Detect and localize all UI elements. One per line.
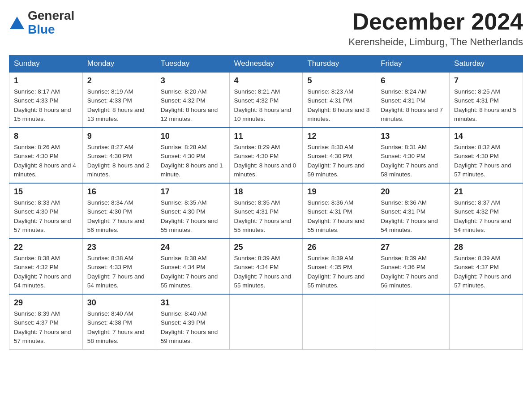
- table-row: [303, 294, 376, 350]
- table-row: 26 Sunrise: 8:39 AM Sunset: 4:35 PM Dayl…: [303, 239, 376, 294]
- day-number: 27: [381, 243, 445, 252]
- day-info: Sunrise: 8:36 AM Sunset: 4:31 PM Dayligh…: [381, 198, 445, 235]
- calendar-week-row: 8 Sunrise: 8:26 AM Sunset: 4:30 PM Dayli…: [9, 128, 523, 183]
- table-row: 21 Sunrise: 8:37 AM Sunset: 4:32 PM Dayl…: [450, 183, 523, 239]
- calendar-table: Sunday Monday Tuesday Wednesday Thursday…: [9, 55, 523, 350]
- day-number: 31: [161, 298, 225, 308]
- table-row: 28 Sunrise: 8:39 AM Sunset: 4:37 PM Dayl…: [450, 239, 523, 294]
- table-row: 27 Sunrise: 8:39 AM Sunset: 4:36 PM Dayl…: [376, 239, 450, 294]
- calendar-week-row: 1 Sunrise: 8:17 AM Sunset: 4:33 PM Dayli…: [9, 72, 523, 128]
- calendar-week-row: 15 Sunrise: 8:33 AM Sunset: 4:30 PM Dayl…: [9, 183, 523, 239]
- day-number: 19: [307, 187, 371, 197]
- day-info: Sunrise: 8:38 AM Sunset: 4:32 PM Dayligh…: [14, 254, 78, 290]
- day-info: Sunrise: 8:25 AM Sunset: 4:31 PM Dayligh…: [454, 87, 518, 124]
- location-title: Kerensheide, Limburg, The Netherlands: [348, 36, 523, 48]
- table-row: [229, 294, 303, 350]
- day-number: 22: [14, 243, 78, 252]
- table-row: 5 Sunrise: 8:23 AM Sunset: 4:31 PM Dayli…: [303, 72, 376, 128]
- day-info: Sunrise: 8:31 AM Sunset: 4:30 PM Dayligh…: [381, 143, 445, 179]
- day-info: Sunrise: 8:39 AM Sunset: 4:35 PM Dayligh…: [307, 254, 371, 290]
- logo-icon: [9, 15, 25, 31]
- col-saturday: Saturday: [450, 56, 523, 73]
- day-number: 20: [381, 187, 445, 197]
- month-title: December 2024: [348, 9, 523, 34]
- table-row: 20 Sunrise: 8:36 AM Sunset: 4:31 PM Dayl…: [376, 183, 450, 239]
- day-info: Sunrise: 8:26 AM Sunset: 4:30 PM Dayligh…: [14, 143, 78, 179]
- day-info: Sunrise: 8:40 AM Sunset: 4:39 PM Dayligh…: [161, 309, 225, 346]
- day-number: 25: [234, 243, 298, 252]
- day-number: 16: [87, 187, 151, 197]
- day-info: Sunrise: 8:36 AM Sunset: 4:31 PM Dayligh…: [307, 198, 371, 235]
- table-row: 31 Sunrise: 8:40 AM Sunset: 4:39 PM Dayl…: [156, 294, 229, 350]
- day-number: 7: [454, 76, 518, 86]
- col-thursday: Thursday: [303, 56, 376, 73]
- day-info: Sunrise: 8:27 AM Sunset: 4:30 PM Dayligh…: [87, 143, 151, 179]
- day-number: 29: [14, 298, 78, 308]
- table-row: 12 Sunrise: 8:30 AM Sunset: 4:30 PM Dayl…: [303, 128, 376, 183]
- table-row: 1 Sunrise: 8:17 AM Sunset: 4:33 PM Dayli…: [9, 72, 83, 128]
- table-row: 16 Sunrise: 8:34 AM Sunset: 4:30 PM Dayl…: [82, 183, 156, 239]
- table-row: 4 Sunrise: 8:21 AM Sunset: 4:32 PM Dayli…: [229, 72, 303, 128]
- title-block: December 2024 Kerensheide, Limburg, The …: [348, 9, 523, 48]
- table-row: 19 Sunrise: 8:36 AM Sunset: 4:31 PM Dayl…: [303, 183, 376, 239]
- day-number: 4: [234, 76, 298, 86]
- day-info: Sunrise: 8:17 AM Sunset: 4:33 PM Dayligh…: [14, 87, 78, 124]
- day-info: Sunrise: 8:29 AM Sunset: 4:30 PM Dayligh…: [234, 143, 298, 179]
- day-info: Sunrise: 8:37 AM Sunset: 4:32 PM Dayligh…: [454, 198, 518, 235]
- day-number: 12: [307, 132, 371, 141]
- table-row: 11 Sunrise: 8:29 AM Sunset: 4:30 PM Dayl…: [229, 128, 303, 183]
- day-number: 28: [454, 243, 518, 252]
- calendar-header-row: Sunday Monday Tuesday Wednesday Thursday…: [9, 56, 523, 73]
- table-row: 18 Sunrise: 8:35 AM Sunset: 4:31 PM Dayl…: [229, 183, 303, 239]
- table-row: 25 Sunrise: 8:39 AM Sunset: 4:34 PM Dayl…: [229, 239, 303, 294]
- day-number: 23: [87, 243, 151, 252]
- table-row: 8 Sunrise: 8:26 AM Sunset: 4:30 PM Dayli…: [9, 128, 83, 183]
- table-row: 6 Sunrise: 8:24 AM Sunset: 4:31 PM Dayli…: [376, 72, 450, 128]
- day-info: Sunrise: 8:23 AM Sunset: 4:31 PM Dayligh…: [307, 87, 371, 124]
- day-number: 6: [381, 76, 445, 86]
- table-row: 23 Sunrise: 8:38 AM Sunset: 4:33 PM Dayl…: [82, 239, 156, 294]
- day-number: 14: [454, 132, 518, 141]
- table-row: 22 Sunrise: 8:38 AM Sunset: 4:32 PM Dayl…: [9, 239, 83, 294]
- day-info: Sunrise: 8:28 AM Sunset: 4:30 PM Dayligh…: [161, 143, 225, 179]
- day-number: 21: [454, 187, 518, 197]
- day-info: Sunrise: 8:39 AM Sunset: 4:36 PM Dayligh…: [381, 254, 445, 290]
- table-row: 2 Sunrise: 8:19 AM Sunset: 4:33 PM Dayli…: [82, 72, 156, 128]
- table-row: 14 Sunrise: 8:32 AM Sunset: 4:30 PM Dayl…: [450, 128, 523, 183]
- day-number: 3: [161, 76, 225, 86]
- day-info: Sunrise: 8:38 AM Sunset: 4:33 PM Dayligh…: [87, 254, 151, 290]
- table-row: 15 Sunrise: 8:33 AM Sunset: 4:30 PM Dayl…: [9, 183, 83, 239]
- calendar-week-row: 29 Sunrise: 8:39 AM Sunset: 4:37 PM Dayl…: [9, 294, 523, 350]
- table-row: [450, 294, 523, 350]
- table-row: 30 Sunrise: 8:40 AM Sunset: 4:38 PM Dayl…: [82, 294, 156, 350]
- day-info: Sunrise: 8:24 AM Sunset: 4:31 PM Dayligh…: [381, 87, 445, 124]
- day-info: Sunrise: 8:39 AM Sunset: 4:34 PM Dayligh…: [234, 254, 298, 290]
- day-number: 9: [87, 132, 151, 141]
- day-number: 24: [161, 243, 225, 252]
- day-info: Sunrise: 8:35 AM Sunset: 4:31 PM Dayligh…: [234, 198, 298, 235]
- table-row: 24 Sunrise: 8:38 AM Sunset: 4:34 PM Dayl…: [156, 239, 229, 294]
- table-row: 7 Sunrise: 8:25 AM Sunset: 4:31 PM Dayli…: [450, 72, 523, 128]
- day-number: 26: [307, 243, 371, 252]
- logo-general-text: General: [28, 9, 74, 23]
- logo-blue-text: Blue: [28, 23, 74, 37]
- page-header: General Blue December 2024 Kerensheide, …: [9, 9, 523, 48]
- day-number: 11: [234, 132, 298, 141]
- table-row: 17 Sunrise: 8:35 AM Sunset: 4:30 PM Dayl…: [156, 183, 229, 239]
- day-info: Sunrise: 8:39 AM Sunset: 4:37 PM Dayligh…: [454, 254, 518, 290]
- day-info: Sunrise: 8:21 AM Sunset: 4:32 PM Dayligh…: [234, 87, 298, 124]
- table-row: 9 Sunrise: 8:27 AM Sunset: 4:30 PM Dayli…: [82, 128, 156, 183]
- day-number: 2: [87, 76, 151, 86]
- svg-marker-0: [10, 17, 24, 29]
- table-row: 13 Sunrise: 8:31 AM Sunset: 4:30 PM Dayl…: [376, 128, 450, 183]
- table-row: 3 Sunrise: 8:20 AM Sunset: 4:32 PM Dayli…: [156, 72, 229, 128]
- col-sunday: Sunday: [9, 56, 83, 73]
- table-row: 10 Sunrise: 8:28 AM Sunset: 4:30 PM Dayl…: [156, 128, 229, 183]
- table-row: [376, 294, 450, 350]
- day-info: Sunrise: 8:30 AM Sunset: 4:30 PM Dayligh…: [307, 143, 371, 179]
- day-number: 10: [161, 132, 225, 141]
- day-info: Sunrise: 8:19 AM Sunset: 4:33 PM Dayligh…: [87, 87, 151, 124]
- day-number: 18: [234, 187, 298, 197]
- calendar-week-row: 22 Sunrise: 8:38 AM Sunset: 4:32 PM Dayl…: [9, 239, 523, 294]
- day-info: Sunrise: 8:32 AM Sunset: 4:30 PM Dayligh…: [454, 143, 518, 179]
